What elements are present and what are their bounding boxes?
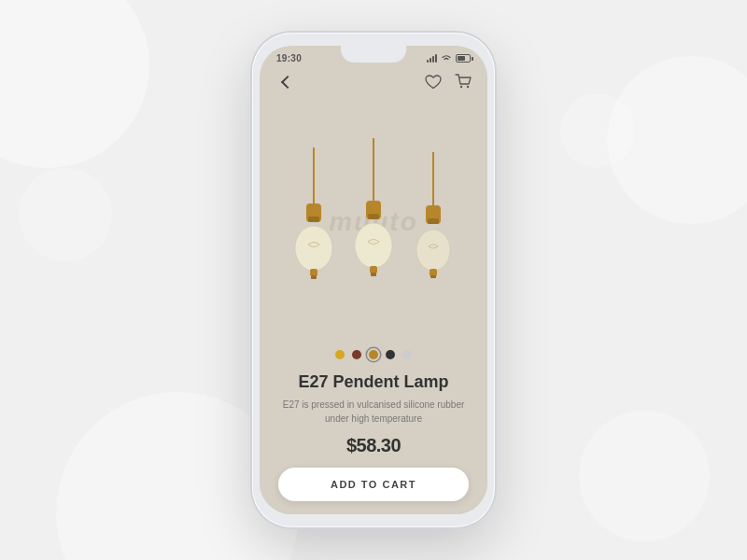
- wifi-icon: [441, 54, 452, 63]
- svg-rect-6: [310, 269, 317, 276]
- svg-point-0: [460, 86, 462, 88]
- cart-button[interactable]: [454, 73, 472, 91]
- back-arrow-icon: [281, 76, 294, 89]
- color-option-yellow[interactable]: [335, 350, 345, 359]
- product-image-area: muuto: [260, 101, 487, 343]
- svg-rect-18: [430, 269, 437, 276]
- product-name: E27 Pendent Lamp: [278, 372, 469, 392]
- svg-rect-16: [428, 218, 439, 224]
- svg-rect-13: [371, 273, 376, 276]
- svg-rect-7: [311, 275, 317, 279]
- color-option-lightgray[interactable]: [402, 350, 412, 359]
- product-description: E27 is pressed in vulcanised silicone ru…: [278, 398, 469, 426]
- color-selector: [260, 343, 487, 365]
- svg-point-11: [355, 223, 392, 268]
- signal-icon: [427, 54, 437, 63]
- phone-notch: [341, 46, 406, 63]
- nav-bar: [260, 67, 487, 101]
- svg-rect-19: [430, 275, 436, 278]
- lamp-3: [409, 152, 458, 287]
- back-button[interactable]: [275, 71, 297, 93]
- nav-actions: [424, 73, 472, 91]
- status-time: 19:30: [276, 53, 302, 63]
- battery-icon: [456, 54, 471, 63]
- svg-rect-10: [368, 214, 379, 219]
- svg-point-1: [467, 86, 469, 88]
- color-option-black[interactable]: [386, 350, 395, 359]
- status-icons: [427, 54, 471, 63]
- phone-screen: 19:30: [260, 46, 487, 514]
- lamp-illustration: [289, 147, 458, 297]
- svg-point-5: [295, 226, 332, 271]
- lamp-2: [349, 138, 398, 287]
- wishlist-button[interactable]: [424, 73, 443, 91]
- add-to-cart-button[interactable]: ADD TO CART: [278, 468, 469, 501]
- product-price: $58.30: [278, 435, 469, 456]
- color-option-brown[interactable]: [352, 350, 361, 359]
- phone-shell: 19:30: [252, 33, 495, 527]
- svg-rect-4: [308, 217, 319, 222]
- svg-rect-12: [370, 266, 377, 273]
- color-option-gold[interactable]: [369, 350, 378, 359]
- product-info: E27 Pendent Lamp E27 is pressed in vulca…: [260, 365, 487, 514]
- svg-point-17: [416, 230, 450, 271]
- lamp-1: [289, 147, 338, 287]
